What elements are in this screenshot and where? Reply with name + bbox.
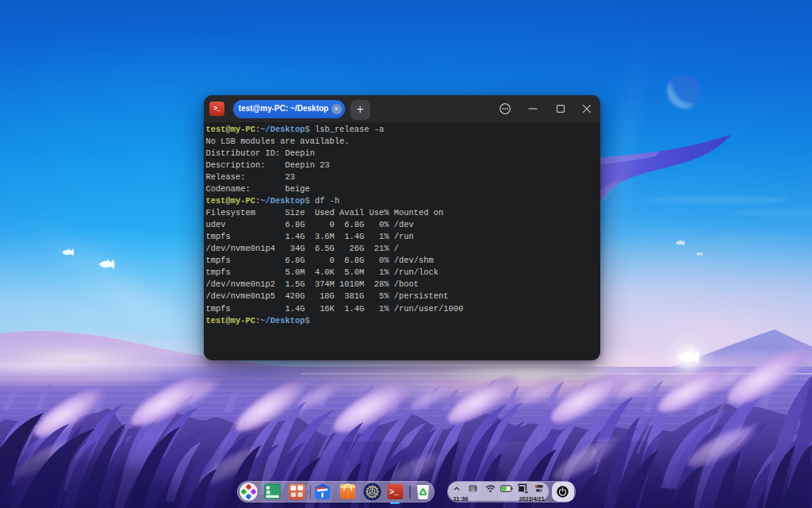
svg-text:>_: >_ — [389, 487, 400, 496]
